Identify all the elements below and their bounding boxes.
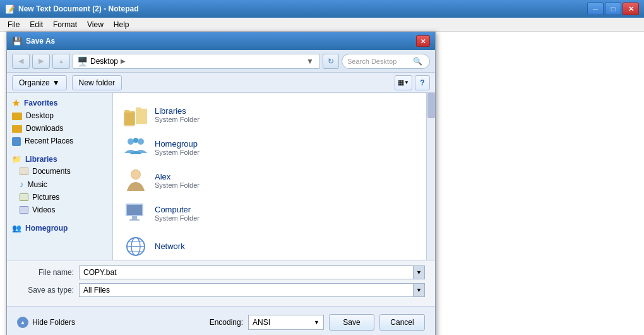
up-btn[interactable]: ▲	[52, 54, 70, 69]
libraries-label: Libraries	[25, 155, 57, 164]
favorites-icon: ★	[12, 98, 20, 108]
organize-label: Organize	[19, 78, 50, 87]
dialog-nav: ◀ ▶ ▲ 🖥️ Desktop ▶ ▼ ↻ Search Desktop 🔍	[7, 50, 435, 73]
notepad-controls: ─ □ ✕	[587, 3, 639, 15]
save-button[interactable]: Save	[329, 314, 374, 331]
svg-rect-3	[136, 107, 141, 110]
right-panel: Libraries System Folder	[113, 93, 426, 260]
notepad-minimize-btn[interactable]: ─	[587, 3, 604, 15]
filename-value: COPY.bat	[83, 268, 116, 277]
notepad-maximize-btn[interactable]: □	[605, 3, 621, 15]
menu-help[interactable]: Help	[109, 19, 134, 30]
list-item[interactable]: Network	[118, 229, 421, 260]
back-btn[interactable]: ◀	[12, 54, 30, 69]
filename-dropdown-arrow[interactable]: ▼	[413, 266, 424, 279]
libraries-header: 📁 Libraries	[7, 152, 112, 165]
sidebar-item-videos[interactable]: Videos	[7, 204, 112, 216]
search-bar[interactable]: Search Desktop 🔍	[342, 54, 430, 69]
list-item[interactable]: Libraries System Folder	[118, 98, 421, 131]
recent-icon	[12, 137, 21, 146]
savetype-dropdown-arrow[interactable]: ▼	[413, 284, 424, 296]
notepad-close-btn[interactable]: ✕	[623, 3, 639, 15]
downloads-label: Downloads	[26, 124, 63, 133]
list-item[interactable]: Computer System Folder	[118, 197, 421, 229]
dialog-toolbar: Organize ▼ New folder ▦ ▼ ?	[7, 73, 435, 93]
homegroup-file-icon	[123, 135, 148, 160]
libraries-file-type: System Folder	[155, 116, 416, 123]
scrollbar-thumb	[427, 93, 435, 118]
footer-right: Encoding: ANSI ▼ Save Cancel	[210, 314, 425, 331]
address-dropdown-btn[interactable]: ▼	[304, 56, 316, 67]
notepad-menubar: File Edit Format View Help	[0, 18, 644, 32]
right-scrollbar[interactable]	[426, 93, 435, 260]
homegroup-label: Homegroup	[25, 224, 68, 233]
help-btn[interactable]: ?	[415, 75, 430, 90]
filename-label: File name:	[17, 268, 74, 277]
dialog-footer: ▲ Hide Folders Encoding: ANSI ▼ Save Can…	[7, 306, 435, 335]
svg-rect-2	[136, 109, 147, 124]
menu-file[interactable]: File	[3, 19, 25, 30]
hide-folders-label: Hide Folders	[32, 318, 75, 327]
left-panel: ★ Favorites Desktop Downloads Recent Pla…	[7, 93, 113, 260]
search-placeholder: Search Desktop	[347, 58, 397, 65]
encoding-value: ANSI	[253, 318, 270, 327]
new-folder-btn[interactable]: New folder	[72, 75, 122, 90]
svg-rect-12	[132, 216, 137, 219]
homegroup-header: 👥 Homegroup	[7, 221, 112, 234]
save-as-dialog: 💾 Save As ✕ ◀ ▶ ▲ 🖥️ Desktop ▶ ▼ ↻ Searc…	[6, 32, 436, 335]
documents-label: Documents	[32, 167, 71, 176]
user-file-name: Alex	[155, 172, 416, 181]
sidebar-item-pictures[interactable]: Pictures	[7, 191, 112, 204]
sidebar-item-documents[interactable]: Documents	[7, 165, 112, 178]
computer-file-name: Computer	[155, 205, 416, 214]
filename-input[interactable]: COPY.bat ▼	[79, 265, 425, 279]
view-options-btn[interactable]: ▦ ▼	[395, 75, 412, 90]
user-file-icon	[123, 168, 148, 193]
menu-view[interactable]: View	[82, 19, 109, 30]
dialog-main: ★ Favorites Desktop Downloads Recent Pla…	[7, 93, 435, 260]
refresh-btn[interactable]: ↻	[323, 54, 339, 69]
savetype-label: Save as type:	[17, 286, 74, 295]
refresh-icon: ↻	[328, 57, 334, 66]
dialog-close-btn[interactable]: ✕	[416, 35, 430, 47]
svg-point-6	[138, 138, 144, 145]
cancel-button[interactable]: Cancel	[379, 314, 425, 331]
help-icon: ?	[420, 78, 424, 87]
notepad-title: New Text Document (2) - Notepad	[18, 4, 138, 13]
savetype-dropdown[interactable]: All Files ▼	[79, 283, 425, 297]
address-arrow: ▶	[121, 58, 126, 64]
notepad-icon: 📝	[5, 4, 15, 14]
view-arrow: ▼	[404, 80, 409, 85]
dialog-icon: 💾	[12, 36, 22, 46]
homegroup-file-type: System Folder	[155, 149, 416, 156]
list-item[interactable]: Homegroup System Folder	[118, 131, 421, 164]
svg-rect-1	[124, 110, 129, 113]
favorites-label: Favorites	[24, 99, 57, 107]
network-file-name: Network	[155, 241, 416, 251]
organize-btn[interactable]: Organize ▼	[12, 75, 67, 90]
svg-point-7	[133, 138, 138, 143]
hide-folders-btn[interactable]: ▲ Hide Folders	[17, 317, 75, 328]
homegroup-icon: 👥	[12, 224, 21, 233]
menu-edit[interactable]: Edit	[25, 19, 48, 30]
sidebar-item-music[interactable]: ♪ Music	[7, 178, 112, 191]
homegroup-file-name: Homegroup	[155, 139, 416, 149]
new-folder-label: New folder	[79, 78, 115, 87]
encoding-dropdown[interactable]: ANSI ▼	[248, 315, 324, 330]
pictures-icon	[20, 193, 28, 201]
menu-format[interactable]: Format	[48, 19, 82, 30]
sidebar-item-desktop[interactable]: Desktop	[7, 109, 112, 122]
sidebar-item-recent[interactable]: Recent Places	[7, 135, 112, 147]
network-file-info: Network	[155, 241, 416, 251]
desktop-label: Desktop	[26, 111, 54, 120]
search-icon[interactable]: 🔍	[410, 54, 424, 68]
forward-btn[interactable]: ▶	[32, 54, 50, 69]
hide-folders-icon: ▲	[17, 317, 28, 328]
svg-rect-13	[129, 219, 140, 221]
file-grid: Libraries System Folder	[113, 93, 426, 260]
libraries-file-icon	[123, 102, 148, 127]
cancel-label: Cancel	[390, 318, 414, 327]
address-bar[interactable]: 🖥️ Desktop ▶ ▼	[73, 54, 320, 69]
sidebar-item-downloads[interactable]: Downloads	[7, 122, 112, 135]
list-item[interactable]: Alex System Folder	[118, 164, 421, 197]
